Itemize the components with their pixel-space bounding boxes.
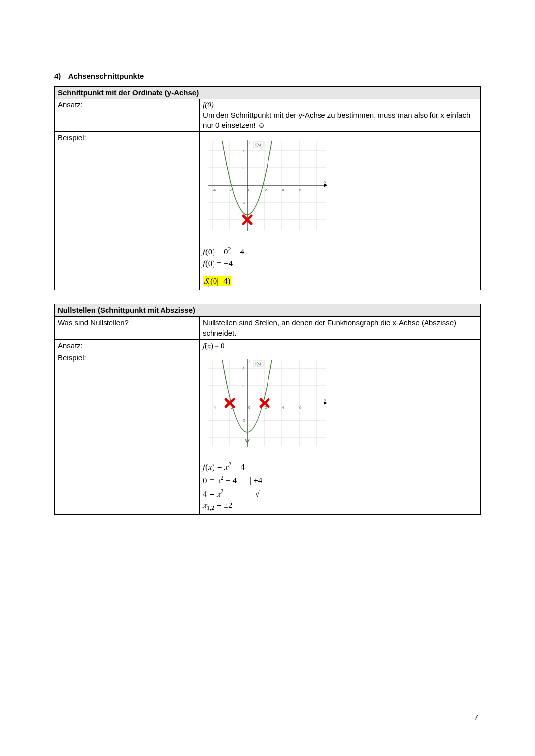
table2-equations: 𝑓(𝑥) = 𝑥2 − 4 0 = 𝑥2 − 4 | +4 4 = 𝑥2 | √… bbox=[203, 460, 477, 512]
svg-text:4: 4 bbox=[282, 405, 284, 410]
svg-text:-4: -4 bbox=[213, 188, 216, 192]
table2-q-label: Was sind Nullstellen? bbox=[55, 317, 200, 340]
table2-header: Nullstellen (Schnittpunkt mit Abszisse) bbox=[55, 304, 481, 317]
table1-ansatz-text: Um den Schnittpunkt mit der y-Achse zu b… bbox=[203, 111, 470, 129]
svg-text:0: 0 bbox=[248, 188, 251, 192]
svg-text:-4: -4 bbox=[213, 405, 216, 410]
f0: f(0) bbox=[203, 101, 214, 109]
svg-text:0: 0 bbox=[248, 405, 251, 410]
table1-ansatz-label: Ansatz: bbox=[55, 99, 200, 132]
graph-1: -4 -2 0 2 4 6 2 4 -2 x f f(x) bbox=[203, 133, 477, 242]
svg-text:x: x bbox=[324, 180, 326, 184]
page-number: 7 bbox=[474, 713, 478, 721]
table-abszisse: Nullstellen (Schnittpunkt mit Abszisse) … bbox=[54, 304, 481, 514]
svg-text:2: 2 bbox=[242, 384, 245, 388]
svg-text:f(x): f(x) bbox=[255, 142, 261, 147]
table2-q-answer: Nullstellen sind Stellen, an denen der F… bbox=[200, 317, 481, 340]
table2-ansatz-label: Ansatz: bbox=[55, 339, 200, 352]
graph-2: -4 -2 0 2 4 6 2 4 -2 x f f(x) bbox=[203, 353, 477, 457]
svg-text:f(x): f(x) bbox=[255, 361, 261, 366]
table-ordinate: Schnittpunkt mit der Ordinate (y-Achse) … bbox=[54, 86, 481, 290]
parabola-graph-2: -4 -2 0 2 4 6 2 4 -2 x f f(x) bbox=[203, 356, 331, 450]
parabola-graph-1: -4 -2 0 2 4 6 2 4 -2 x f f(x) bbox=[203, 136, 331, 235]
table1-beispiel-content: -4 -2 0 2 4 6 2 4 -2 x f f(x) bbox=[200, 132, 481, 290]
svg-text:4: 4 bbox=[242, 149, 245, 153]
svg-text:2: 2 bbox=[242, 166, 245, 170]
svg-text:-2: -2 bbox=[241, 418, 245, 423]
svg-text:f: f bbox=[249, 359, 251, 364]
table1-equations: 𝑓(0) = 02 − 4 𝑓(0) = −4 𝑆𝑦(0|−4) bbox=[203, 245, 477, 288]
svg-text:-2: -2 bbox=[241, 201, 245, 205]
svg-text:2: 2 bbox=[265, 188, 267, 192]
svg-text:x: x bbox=[324, 398, 326, 402]
svg-text:6: 6 bbox=[299, 188, 302, 192]
table1-ansatz-content: f(0) Um den Schnittpunkt mit der y-Achse… bbox=[200, 99, 481, 132]
section-heading: 4) Achsenschnittpunkte bbox=[54, 72, 481, 80]
table1-beispiel-label: Beispiel: bbox=[55, 132, 200, 290]
table1-header: Schnittpunkt mit der Ordinate (y-Achse) bbox=[55, 87, 481, 99]
table2-ansatz-value: 𝑓(𝑥) = 0 bbox=[200, 339, 481, 352]
table2-beispiel-label: Beispiel: bbox=[55, 352, 200, 514]
svg-text:6: 6 bbox=[299, 405, 302, 410]
svg-text:4: 4 bbox=[242, 366, 245, 371]
svg-text:f: f bbox=[249, 140, 251, 145]
table2-beispiel-content: -4 -2 0 2 4 6 2 4 -2 x f f(x) bbox=[200, 352, 481, 514]
page: 4) Achsenschnittpunkte Schnittpunkt mit … bbox=[0, 0, 535, 756]
svg-text:4: 4 bbox=[282, 188, 284, 192]
